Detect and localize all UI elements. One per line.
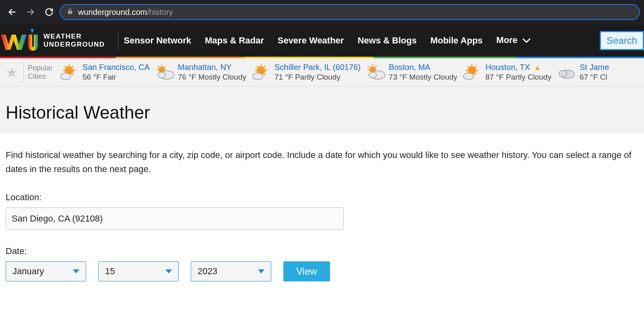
city-condition: 76 °F Mostly Cloudy [178, 72, 246, 82]
divider [23, 62, 24, 82]
main-nav: Sensor Network Maps & Radar Severe Weath… [124, 35, 530, 46]
city-name: Boston, MA [389, 62, 457, 72]
wu-logo-icon [0, 28, 39, 53]
site-logo[interactable]: WEATHER UNDERGROUND [0, 28, 112, 53]
address-bar[interactable]: wunderground.com/history [60, 4, 640, 20]
city-condition: 56 °F Fair [83, 72, 150, 82]
url-path: /history [147, 8, 173, 16]
logo-text: WEATHER UNDERGROUND [43, 33, 105, 48]
city-card[interactable]: Boston, MA 73 °F Mostly Cloudy [363, 62, 460, 82]
svg-point-24 [252, 73, 263, 79]
url-domain: wunderground.com [78, 8, 147, 16]
popular-cities-label: Popular Cities [28, 64, 53, 80]
alert-icon: ▲ [534, 64, 541, 72]
lock-icon [67, 8, 73, 16]
city-name: Manhattan, NY [178, 62, 246, 72]
city-condition: 67 °F Cl [580, 72, 609, 82]
svg-point-41 [559, 70, 567, 77]
city-name: San Francisco, CA [83, 62, 150, 72]
search-label: Search [607, 35, 637, 46]
svg-line-6 [72, 66, 73, 67]
date-label: Date: [6, 246, 638, 256]
city-name: Schiller Park, IL (60176) [275, 62, 361, 72]
city-condition: 87 °F Partly Cloudy [485, 72, 551, 82]
year-select[interactable]: 2023 [191, 261, 271, 281]
nav-news-blogs[interactable]: News & Blogs [357, 35, 417, 46]
city-name: Houston, TX ▲ [485, 62, 551, 72]
dropdown-caret-icon [73, 269, 79, 273]
city-condition: 71 °F Partly Cloudy [275, 72, 361, 82]
nav-more[interactable]: More [496, 35, 530, 46]
svg-point-16 [158, 72, 166, 78]
svg-line-38 [475, 74, 476, 74]
site-header: WEATHER UNDERGROUND Sensor Network Maps … [0, 24, 644, 58]
svg-point-39 [463, 73, 474, 79]
page-title: Historical Weather [6, 103, 644, 123]
month-value: January [12, 266, 44, 277]
dropdown-caret-icon [165, 269, 172, 273]
svg-line-28 [369, 66, 370, 67]
svg-point-31 [369, 72, 377, 78]
svg-line-36 [475, 66, 476, 67]
svg-line-23 [264, 74, 265, 74]
dropdown-caret-icon [258, 269, 264, 273]
svg-line-22 [257, 66, 258, 67]
city-card[interactable]: St Jame 67 °F Cl [554, 62, 611, 82]
view-button[interactable]: View [283, 261, 330, 281]
nav-sensor-network[interactable]: Sensor Network [124, 35, 192, 46]
popular-cities-strip: ★ Popular Cities San Francisco, CA 56 °F… [0, 58, 644, 86]
city-card[interactable]: San Francisco, CA 56 °F Fair [57, 62, 152, 82]
day-value: 15 [105, 266, 115, 277]
nav-severe-weather[interactable]: Severe Weather [278, 35, 344, 46]
browser-toolbar: wunderground.com/history [0, 0, 644, 24]
year-value: 2023 [198, 266, 217, 277]
svg-line-8 [72, 74, 73, 74]
back-button[interactable] [4, 4, 20, 20]
divider [118, 31, 118, 50]
reload-button[interactable] [41, 4, 57, 20]
svg-line-14 [164, 66, 165, 67]
city-card[interactable]: Manhattan, NY 76 °F Mostly Cloudy [152, 62, 249, 82]
month-select[interactable]: January [6, 261, 86, 281]
location-input[interactable] [6, 207, 344, 230]
location-label: Location: [6, 192, 638, 203]
svg-line-29 [375, 66, 376, 67]
page-hero: Historical Weather [0, 86, 644, 133]
date-block: Date: January 15 2023 View [6, 246, 638, 281]
city-card[interactable]: Schiller Park, IL (60176) 71 °F Partly C… [249, 62, 363, 82]
day-select[interactable]: 15 [98, 261, 179, 281]
svg-line-37 [468, 66, 469, 67]
nav-maps-radar[interactable]: Maps & Radar [205, 35, 264, 46]
page-content: Find historical weather by searching for… [0, 133, 644, 297]
svg-line-13 [158, 66, 159, 67]
forward-button[interactable] [23, 4, 39, 20]
svg-line-7 [65, 66, 66, 67]
chevron-down-icon [522, 35, 530, 46]
svg-line-21 [264, 66, 265, 67]
star-icon[interactable]: ★ [2, 64, 23, 80]
location-block: Location: [6, 192, 638, 230]
city-card[interactable]: Houston, TX ▲87 °F Partly Cloudy [460, 62, 554, 82]
nav-mobile-apps[interactable]: Mobile Apps [430, 35, 483, 46]
svg-point-9 [60, 73, 71, 79]
city-name: St Jame [580, 62, 609, 72]
city-condition: 73 °F Mostly Cloudy [389, 72, 457, 82]
search-box[interactable]: Search [600, 31, 644, 50]
intro-text: Find historical weather by searching for… [6, 148, 634, 176]
